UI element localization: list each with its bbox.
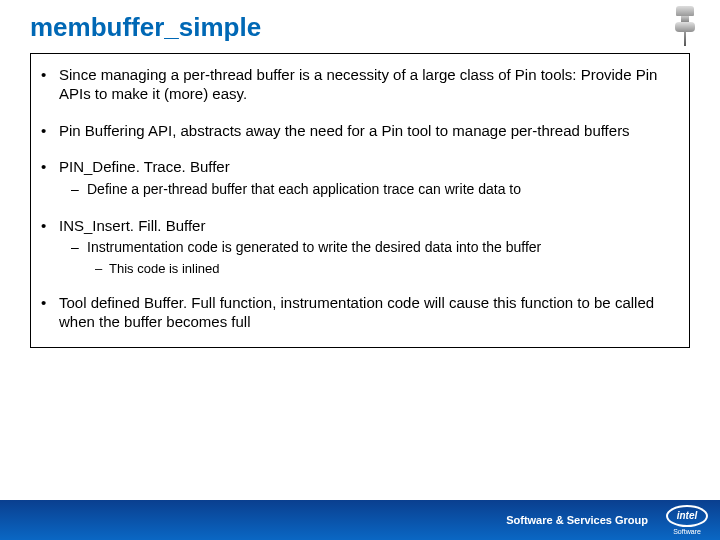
sub-sub-bullet-text: This code is inlined — [109, 261, 220, 276]
sub-bullet: – Define a per-thread buffer that each a… — [71, 181, 679, 199]
bullet-item: • Tool defined Buffer. Full function, in… — [41, 294, 679, 332]
sub-sub-bullet: – This code is inlined — [95, 261, 679, 276]
slide-title: membuffer_simple — [0, 0, 720, 49]
bullet-item: • PIN_Define. Trace. Buffer — [41, 158, 679, 177]
sub-bullet-text: Define a per-thread buffer that each app… — [87, 181, 679, 199]
bullet-text: Since managing a per-thread buffer is a … — [59, 66, 679, 104]
bullet-item: • INS_Insert. Fill. Buffer — [41, 217, 679, 236]
intel-logo: intel Software — [666, 505, 708, 535]
bullet-text: INS_Insert. Fill. Buffer — [59, 217, 679, 236]
bullet-text: Tool defined Buffer. Full function, inst… — [59, 294, 679, 332]
bullet-item: • Pin Buffering API, abstracts away the … — [41, 122, 679, 141]
bullet-text: PIN_Define. Trace. Buffer — [59, 158, 679, 177]
sub-bullet: – Instrumentation code is generated to w… — [71, 239, 679, 257]
footer-bar: Software & Services Group intel Software — [0, 500, 720, 540]
bullet-text: Pin Buffering API, abstracts away the ne… — [59, 122, 679, 141]
footer-group-label: Software & Services Group — [506, 514, 648, 526]
bullet-item: • Since managing a per-thread buffer is … — [41, 66, 679, 104]
pushpin-icon — [668, 6, 702, 48]
content-box: • Since managing a per-thread buffer is … — [30, 53, 690, 348]
logo-text: intel — [666, 505, 708, 527]
sub-bullet-text: Instrumentation code is generated to wri… — [87, 239, 679, 257]
logo-subtext: Software — [673, 528, 701, 535]
